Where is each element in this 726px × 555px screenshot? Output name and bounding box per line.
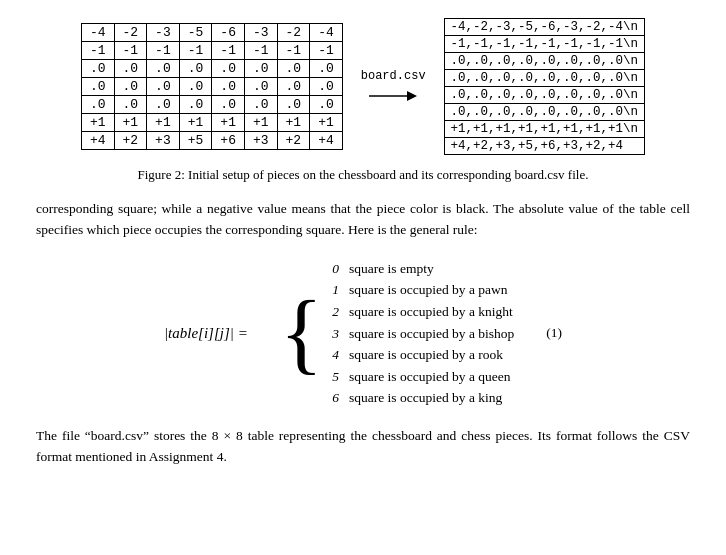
board-cell: .0 bbox=[147, 78, 180, 96]
board-cell: +1 bbox=[277, 114, 310, 132]
board-cell: -3 bbox=[147, 24, 180, 42]
case-number: 5 bbox=[327, 367, 339, 387]
board-cell: -1 bbox=[147, 42, 180, 60]
board-cell: .0 bbox=[277, 96, 310, 114]
board-cell: +3 bbox=[147, 132, 180, 150]
board-cell: -1 bbox=[310, 42, 343, 60]
equation-number: (1) bbox=[546, 325, 562, 341]
case-row: 3square is occupied by a bishop bbox=[327, 324, 514, 344]
board-cell: -3 bbox=[244, 24, 277, 42]
board-cell: .0 bbox=[81, 78, 114, 96]
board-cell: +1 bbox=[179, 114, 212, 132]
csv-row: +1,+1,+1,+1,+1,+1,+1,+1\n bbox=[444, 121, 645, 138]
case-description: square is occupied by a king bbox=[349, 388, 502, 408]
board-cell: -5 bbox=[179, 24, 212, 42]
board-cell: .0 bbox=[277, 78, 310, 96]
board-cell: .0 bbox=[114, 78, 147, 96]
board-cell: +5 bbox=[179, 132, 212, 150]
board-cell: -2 bbox=[277, 24, 310, 42]
board-cell: +3 bbox=[244, 132, 277, 150]
arrow-area: board.csv bbox=[361, 69, 426, 105]
equation-block: |table[i][j]| = { 0square is empty1squar… bbox=[36, 257, 690, 410]
board-cell: +1 bbox=[212, 114, 245, 132]
board-cell: .0 bbox=[179, 78, 212, 96]
case-row: 5square is occupied by a queen bbox=[327, 367, 514, 387]
footer-text-content: The file “board.csv” stores the 8 × 8 ta… bbox=[36, 428, 690, 464]
board-cell: +1 bbox=[310, 114, 343, 132]
case-number: 6 bbox=[327, 388, 339, 408]
arrow-icon bbox=[369, 87, 417, 105]
board-cell: .0 bbox=[244, 96, 277, 114]
case-number: 3 bbox=[327, 324, 339, 344]
board-cell: +2 bbox=[114, 132, 147, 150]
csv-row: .0,.0,.0,.0,.0,.0,.0,.0\n bbox=[444, 70, 645, 87]
board-cell: -6 bbox=[212, 24, 245, 42]
case-row: 4square is occupied by a rook bbox=[327, 345, 514, 365]
board-cell: .0 bbox=[244, 60, 277, 78]
case-description: square is occupied by a knight bbox=[349, 302, 513, 322]
board-cell: .0 bbox=[81, 96, 114, 114]
board-cell: -1 bbox=[277, 42, 310, 60]
board-cell: -2 bbox=[114, 24, 147, 42]
board-cell: +1 bbox=[81, 114, 114, 132]
board-cell: .0 bbox=[310, 96, 343, 114]
board-cell: .0 bbox=[179, 60, 212, 78]
board-cell: +4 bbox=[81, 132, 114, 150]
board-cell: -4 bbox=[81, 24, 114, 42]
board-cell: -4 bbox=[310, 24, 343, 42]
case-description: square is occupied by a rook bbox=[349, 345, 503, 365]
board-cell: -1 bbox=[244, 42, 277, 60]
csv-row: +4,+2,+3,+5,+6,+3,+2,+4 bbox=[444, 138, 645, 155]
case-description: square is occupied by a pawn bbox=[349, 280, 508, 300]
board-cell: +4 bbox=[310, 132, 343, 150]
case-row: 6square is occupied by a king bbox=[327, 388, 514, 408]
equation-lhs: |table[i][j]| = bbox=[164, 325, 248, 342]
case-number: 1 bbox=[327, 280, 339, 300]
cases-list: 0square is empty1square is occupied by a… bbox=[327, 257, 514, 410]
brace-cases: { 0square is empty1square is occupied by… bbox=[280, 257, 515, 410]
figure-caption: Figure 2: Initial setup of pieces on the… bbox=[138, 167, 589, 183]
case-description: square is empty bbox=[349, 259, 434, 279]
board-cell: +1 bbox=[244, 114, 277, 132]
board-cell: .0 bbox=[212, 96, 245, 114]
board-table: -4-2-3-5-6-3-2-4-1-1-1-1-1-1-1-1.0.0.0.0… bbox=[81, 23, 343, 150]
board-cell: .0 bbox=[212, 78, 245, 96]
footer-paragraph: The file “board.csv” stores the 8 × 8 ta… bbox=[36, 426, 690, 468]
arrow-label: board.csv bbox=[361, 69, 426, 83]
case-number: 4 bbox=[327, 345, 339, 365]
board-cell: +1 bbox=[147, 114, 180, 132]
case-description: square is occupied by a bishop bbox=[349, 324, 514, 344]
left-brace-icon: { bbox=[280, 257, 323, 410]
board-cell: +6 bbox=[212, 132, 245, 150]
case-row: 1square is occupied by a pawn bbox=[327, 280, 514, 300]
csv-row: -1,-1,-1,-1,-1,-1,-1,-1\n bbox=[444, 36, 645, 53]
board-cell: .0 bbox=[244, 78, 277, 96]
board-cell: -1 bbox=[114, 42, 147, 60]
case-row: 0square is empty bbox=[327, 259, 514, 279]
board-cell: .0 bbox=[310, 60, 343, 78]
board-cell: +2 bbox=[277, 132, 310, 150]
body-paragraph: corresponding square; while a negative v… bbox=[36, 199, 690, 241]
board-cell: -1 bbox=[81, 42, 114, 60]
csv-row: .0,.0,.0,.0,.0,.0,.0,.0\n bbox=[444, 104, 645, 121]
board-cell: -1 bbox=[212, 42, 245, 60]
board-cell: .0 bbox=[179, 96, 212, 114]
csv-table: -4,-2,-3,-5,-6,-3,-2,-4\n-1,-1,-1,-1,-1,… bbox=[444, 18, 646, 155]
csv-row: .0,.0,.0,.0,.0,.0,.0,.0\n bbox=[444, 53, 645, 70]
figure-content: -4-2-3-5-6-3-2-4-1-1-1-1-1-1-1-1.0.0.0.0… bbox=[81, 18, 645, 155]
board-cell: .0 bbox=[81, 60, 114, 78]
board-cell: -1 bbox=[179, 42, 212, 60]
case-row: 2square is occupied by a knight bbox=[327, 302, 514, 322]
board-cell: .0 bbox=[114, 60, 147, 78]
board-cell: .0 bbox=[277, 60, 310, 78]
board-cell: .0 bbox=[310, 78, 343, 96]
board-cell: .0 bbox=[147, 60, 180, 78]
board-cell: .0 bbox=[147, 96, 180, 114]
board-cell: +1 bbox=[114, 114, 147, 132]
board-cell: .0 bbox=[212, 60, 245, 78]
board-cell: .0 bbox=[114, 96, 147, 114]
csv-row: -4,-2,-3,-5,-6,-3,-2,-4\n bbox=[444, 19, 645, 36]
case-description: square is occupied by a queen bbox=[349, 367, 511, 387]
figure-2: -4-2-3-5-6-3-2-4-1-1-1-1-1-1-1-1.0.0.0.0… bbox=[36, 18, 690, 183]
case-number: 0 bbox=[327, 259, 339, 279]
